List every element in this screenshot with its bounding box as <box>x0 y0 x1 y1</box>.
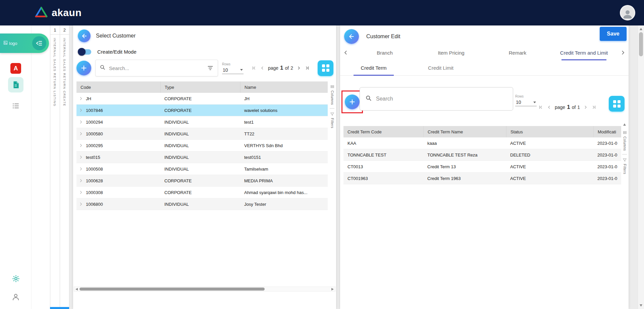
last-page-button[interactable] <box>591 105 597 110</box>
settings-gear-icon[interactable] <box>12 274 20 284</box>
row-expand-icon[interactable] <box>78 167 84 171</box>
search-icon <box>365 95 372 103</box>
filters-button[interactable]: Filters <box>623 158 627 174</box>
vertical-tab[interactable]: 2 INTERNAL SALES RETURN CREATE <box>60 25 69 309</box>
customer-search-box[interactable] <box>95 60 218 76</box>
horizontal-scrollbar[interactable] <box>74 287 335 292</box>
grid-view-button[interactable] <box>318 60 333 76</box>
rows-select[interactable]: 10 <box>515 98 537 106</box>
row-expand-icon[interactable] <box>78 190 84 195</box>
customer-table-header: Code Type Name <box>76 81 328 93</box>
brand: akaun <box>35 7 82 19</box>
mode-label: Create/Edit Mode <box>97 49 137 55</box>
profile-icon[interactable] <box>12 293 20 302</box>
tab-credit-term-and-limit[interactable]: Credit Term and Limit <box>551 45 617 60</box>
scroll-up-arrow[interactable] <box>640 28 642 30</box>
table-scroll-up-arrow[interactable] <box>623 123 626 126</box>
pagination: page 1 of 2 <box>248 65 314 71</box>
column-header-status[interactable]: Status <box>506 126 593 137</box>
page-scrollbar-thumb[interactable] <box>639 32 643 56</box>
next-page-button[interactable] <box>296 65 302 71</box>
row-expand-icon[interactable] <box>78 120 84 124</box>
document-app-icon[interactable] <box>8 77 23 92</box>
customer-row[interactable]: 1000295 INDIVIDUAL VERTHYS Sdn Bhd <box>76 140 328 151</box>
row-expand-icon[interactable] <box>78 155 84 160</box>
rows-select[interactable]: 10 <box>222 66 244 74</box>
subtab-credit-term[interactable]: Credit Term <box>340 60 407 75</box>
row-expand-icon[interactable] <box>78 108 84 113</box>
table-side-controls: Columns Filters <box>329 84 335 128</box>
tabs-scroll-left-icon[interactable] <box>340 45 352 60</box>
customer-row[interactable]: 1007846 CORPORATE wavelet solutions <box>76 105 328 116</box>
save-button[interactable]: Save <box>600 27 627 41</box>
tabs-scroll-right-icon[interactable] <box>617 45 629 60</box>
column-header-credit-term-name[interactable]: Credit Term Name <box>423 126 506 137</box>
columns-button[interactable]: Columns <box>623 130 627 151</box>
scroll-right-arrow[interactable] <box>331 288 334 291</box>
user-avatar[interactable] <box>620 5 635 20</box>
add-customer-button[interactable] <box>76 61 91 75</box>
credit-term-search-box[interactable] <box>360 87 513 111</box>
tab-item-pricing[interactable]: Item Pricing <box>418 45 484 60</box>
sidebar-collapse-button[interactable] <box>32 36 46 50</box>
vertical-tab[interactable]: 1 INTERNAL SALES RETURN LISTING <box>50 25 60 309</box>
column-header-modification[interactable]: Modificati <box>593 126 621 137</box>
broken-image-icon <box>3 41 8 46</box>
column-header-type[interactable]: Type <box>160 81 240 93</box>
customer-row[interactable]: 1000580 INDIVIDUAL TT22 <box>76 128 328 140</box>
first-page-button[interactable] <box>251 65 257 71</box>
credit-term-row[interactable]: TONNCABLE TEST TONNCABLE TEST Reza DELET… <box>343 149 621 161</box>
row-expand-icon[interactable] <box>78 178 84 183</box>
row-expand-icon[interactable] <box>78 202 84 206</box>
filters-button[interactable]: Filters <box>330 112 334 128</box>
customer-edit-panel: Customer Edit Save Branch Item Pricing R… <box>340 25 629 309</box>
page-scrollbar[interactable] <box>638 25 644 309</box>
credit-term-search-input[interactable] <box>376 96 507 102</box>
scroll-down-arrow[interactable] <box>640 304 642 307</box>
grid-view-button[interactable] <box>609 96 625 112</box>
create-edit-mode-toggle[interactable] <box>78 49 91 55</box>
row-expand-icon[interactable] <box>78 143 84 148</box>
rows-label: Rows <box>222 62 244 66</box>
add-credit-term-button[interactable] <box>345 95 360 109</box>
tab-branch[interactable]: Branch <box>352 45 418 60</box>
column-header-code[interactable]: Code <box>76 81 160 93</box>
customer-row[interactable]: 1000508 INDIVIDUAL Tamilselvam <box>76 163 328 175</box>
customer-row[interactable]: 1000628 CORPORATE MEDIA PRIMA <box>76 175 328 187</box>
customer-row[interactable]: 1000308 CORPORATE Ahmad syarqawi bin moh… <box>76 187 328 198</box>
subtab-credit-limit[interactable]: Credit Limit <box>407 60 474 75</box>
horizontal-scrollbar-thumb[interactable] <box>79 288 265 291</box>
first-page-button[interactable] <box>538 105 543 110</box>
pdf-app-icon[interactable]: A <box>10 63 21 74</box>
customer-row[interactable]: 1000294 INDIVIDUAL test1 <box>76 116 328 128</box>
brand-name: akaun <box>52 7 82 18</box>
customer-search-input[interactable] <box>109 65 204 71</box>
right-panel-header: Customer Edit Save <box>340 25 629 44</box>
customer-row[interactable]: JH CORPORATE JH <box>76 93 328 105</box>
scroll-left-arrow[interactable] <box>75 288 78 291</box>
list-app-icon[interactable] <box>12 102 20 111</box>
next-page-button[interactable] <box>583 105 588 110</box>
back-button[interactable] <box>78 29 91 42</box>
prev-page-button[interactable] <box>260 65 265 71</box>
tab-remark[interactable]: Remark <box>484 45 551 60</box>
column-header-credit-term-code[interactable]: Credit Term Code <box>343 126 423 137</box>
filter-icon[interactable] <box>207 65 214 71</box>
last-page-button[interactable] <box>305 65 310 71</box>
row-expand-icon[interactable] <box>78 96 84 101</box>
column-header-name[interactable]: Name <box>240 81 328 93</box>
credit-term-row[interactable]: CT0013 Credit Term 13 ACTIVE 2023-01-0 <box>343 161 621 173</box>
grid-icon <box>322 64 329 72</box>
customer-row[interactable]: test015 INDIVIDUAL test0151 <box>76 151 328 163</box>
credit-term-row[interactable]: KAA kaaa ACTIVE 2023-01-0 <box>343 137 621 149</box>
edit-tabs: Branch Item Pricing Remark Credit Term a… <box>340 45 629 60</box>
page-indicator: page 1 of 2 <box>268 65 293 71</box>
customer-row[interactable]: 1006800 INDIVIDUAL Josy Tester <box>76 198 328 210</box>
columns-button[interactable]: Columns <box>330 84 334 105</box>
credit-term-row[interactable]: CT001963 Credit Term 1963 ACTIVE 2023-01… <box>343 173 621 184</box>
row-expand-icon[interactable] <box>78 131 84 136</box>
customer-toolbar: Rows 10 page 1 of 2 <box>76 59 336 77</box>
back-button[interactable] <box>344 29 359 44</box>
logo-text: logo <box>9 41 17 46</box>
prev-page-button[interactable] <box>546 105 552 110</box>
